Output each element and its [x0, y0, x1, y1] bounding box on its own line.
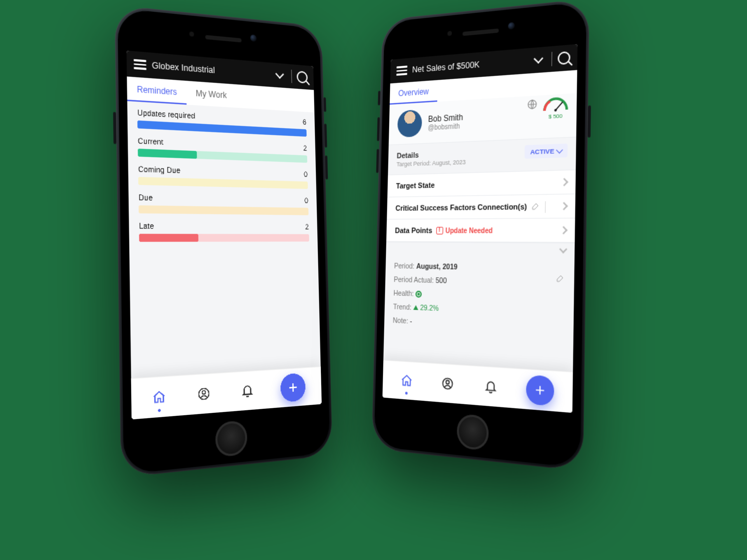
sensor [447, 31, 452, 36]
reminder-row[interactable]: Due0 [128, 186, 317, 217]
add-button[interactable] [280, 373, 306, 402]
reminder-count: 6 [303, 118, 306, 126]
phone-mockup-left: Globex Industrial Reminders My Work Upda… [114, 5, 332, 478]
divider [291, 70, 292, 83]
tab-my-work[interactable]: My Work [186, 81, 236, 108]
section-details-title: Details [397, 151, 419, 160]
add-button[interactable] [526, 375, 555, 406]
gauge-value: $ 500 [542, 112, 570, 120]
reminder-label: Due [138, 193, 153, 202]
bell-icon[interactable] [239, 381, 256, 400]
chevron-down-icon[interactable] [534, 54, 543, 63]
section-data-points[interactable]: Data Points Update Needed [386, 218, 575, 243]
chevron-right-icon [561, 178, 567, 186]
reminders-list: Updates required6 Current2 Coming Due0 D… [127, 101, 321, 378]
section-csf-title: Critical Success Factors Connection(s) [395, 202, 527, 212]
reminder-count: 2 [303, 144, 307, 152]
front-camera [508, 22, 515, 30]
section-data-points-title: Data Points [395, 226, 432, 234]
page-title: Globex Industrial [152, 60, 272, 79]
chevron-right-icon [561, 202, 567, 211]
home-button[interactable] [457, 414, 489, 451]
overview-content: Bob Smith @bobsmith $ 500 Details Target [383, 93, 577, 372]
svg-line-3 [556, 102, 563, 110]
section-details-subtitle: Target Period: August, 2023 [396, 159, 466, 168]
screen-right: Net Sales of $500K Overview Bob Smith @b… [383, 44, 578, 413]
chevron-down-icon[interactable] [560, 246, 566, 256]
search-icon[interactable] [297, 71, 308, 84]
profile-name: Bob Smith [428, 112, 463, 124]
front-camera [250, 34, 257, 42]
speaker [205, 35, 241, 43]
progress-track [138, 205, 308, 215]
menu-icon[interactable] [396, 65, 407, 76]
mute-switch [324, 97, 326, 112]
menu-icon[interactable] [134, 59, 147, 70]
reminder-label: Late [139, 221, 154, 230]
speaker [463, 29, 499, 36]
chevron-right-icon [561, 226, 566, 235]
reminder-label: Updates required [137, 108, 195, 120]
screen-left: Globex Industrial Reminders My Work Upda… [127, 50, 322, 419]
reminder-label: Current [138, 136, 163, 146]
edit-icon[interactable] [556, 273, 564, 286]
health-dot-icon [415, 291, 422, 298]
tab-reminders[interactable]: Reminders [127, 76, 187, 105]
page-title: Net Sales of $500K [412, 56, 530, 74]
update-needed-badge: Update Needed [436, 226, 493, 234]
divider [551, 52, 552, 66]
reminder-count: 0 [304, 170, 308, 178]
progress-track [139, 234, 309, 242]
reminder-label: Coming Due [138, 164, 180, 175]
gauge-chart: $ 500 [542, 95, 570, 117]
bell-icon[interactable] [482, 377, 499, 397]
avatar[interactable] [397, 109, 422, 137]
svg-point-6 [446, 380, 449, 384]
sensor [189, 31, 194, 37]
home-icon[interactable] [398, 371, 415, 391]
progress-fill [138, 149, 197, 159]
reminder-row[interactable]: Late2 [129, 215, 317, 243]
phone-mockup-right: Net Sales of $500K Overview Bob Smith @b… [371, 0, 589, 471]
tab-overview[interactable]: Overview [390, 80, 438, 104]
home-icon[interactable] [150, 387, 169, 407]
chevron-down-icon[interactable] [276, 70, 284, 79]
section-csf[interactable]: Critical Success Factors Connection(s) [387, 194, 575, 220]
section-target-state-title: Target State [396, 181, 435, 190]
trend-up-icon [413, 305, 418, 310]
progress-fill [139, 234, 198, 242]
status-badge[interactable]: ACTIVE [525, 143, 568, 159]
reminder-count: 0 [304, 196, 308, 205]
globe-icon[interactable] [527, 98, 538, 110]
svg-point-1 [202, 391, 206, 394]
svg-point-4 [554, 109, 557, 111]
profile-icon[interactable] [195, 384, 213, 404]
profile-icon[interactable] [439, 374, 456, 394]
search-icon[interactable] [558, 51, 570, 65]
reminder-count: 2 [305, 222, 309, 231]
power-button [588, 105, 591, 138]
data-point-card [386, 242, 575, 258]
home-button[interactable] [215, 420, 248, 457]
edit-icon[interactable] [531, 201, 546, 212]
